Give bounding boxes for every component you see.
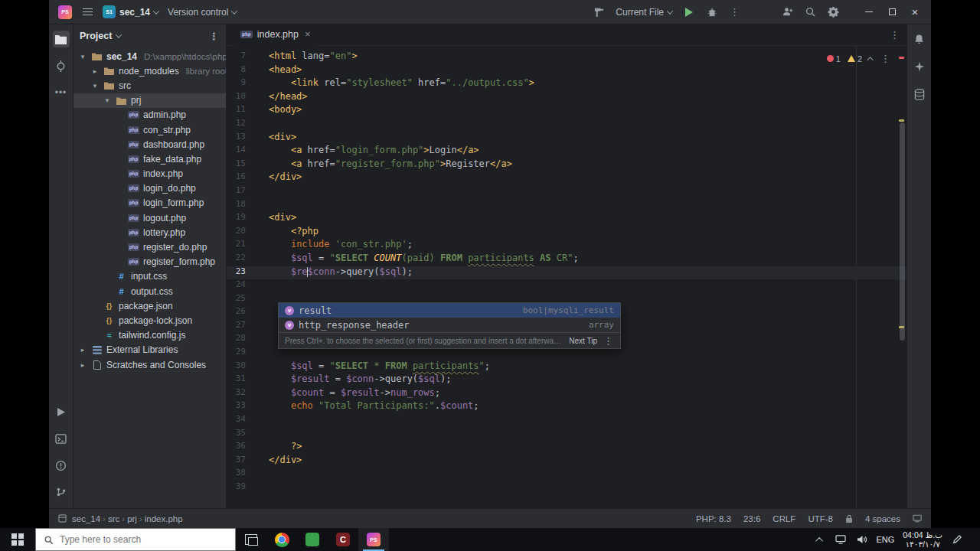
warning-stripe-mark[interactable] bbox=[899, 326, 904, 328]
php-version-widget[interactable]: PHP: 8.3 bbox=[696, 514, 731, 523]
code-line-36[interactable]: 36 ?> bbox=[227, 441, 906, 455]
line-number[interactable]: 26 bbox=[227, 306, 269, 320]
code-line-33[interactable]: 33 echo "Total Participants:".$count; bbox=[227, 400, 906, 414]
code-line-10[interactable]: 10</head> bbox=[227, 91, 906, 105]
minimize-button[interactable] bbox=[858, 2, 880, 22]
tree-item-lottery.php[interactable]: phplottery.php bbox=[74, 225, 226, 240]
breadcrumb-item[interactable]: index.php bbox=[144, 514, 184, 523]
line-number[interactable]: 29 bbox=[227, 347, 269, 360]
search-everywhere-icon[interactable] bbox=[801, 3, 819, 21]
breadcrumb-item[interactable]: sec_14 bbox=[71, 514, 101, 523]
tree-item-input.css[interactable]: #input.css bbox=[74, 269, 226, 284]
code-line-35[interactable]: 35 bbox=[227, 428, 906, 442]
line-number[interactable]: 32 bbox=[227, 387, 269, 401]
chevron-down-icon[interactable]: ▾ bbox=[90, 82, 100, 90]
line-number[interactable]: 16 bbox=[227, 171, 269, 185]
terminal-tool-icon[interactable] bbox=[53, 430, 70, 447]
more-tool-windows-icon[interactable]: ••• bbox=[53, 84, 70, 101]
run-button[interactable] bbox=[680, 3, 698, 21]
project-widget[interactable]: S1 sec_14 bbox=[100, 3, 162, 21]
line-number[interactable]: 24 bbox=[227, 279, 269, 293]
run-tool-icon[interactable] bbox=[53, 403, 70, 420]
tree-item-admin.php[interactable]: phpadmin.php bbox=[74, 108, 226, 122]
code-line-21[interactable]: 21 include 'con_str.php'; bbox=[227, 239, 906, 253]
more-run-actions-icon[interactable]: ⋮ bbox=[726, 3, 744, 21]
vcs-widget[interactable]: Version control bbox=[165, 3, 240, 21]
tray-expand-icon[interactable] bbox=[814, 537, 826, 543]
inspections-more-icon[interactable]: ⋮ bbox=[880, 53, 891, 64]
line-number[interactable]: 31 bbox=[227, 373, 269, 387]
lock-icon[interactable] bbox=[845, 514, 853, 523]
tree-item-Scratches and Consoles[interactable]: ▸Scratches and Consoles bbox=[74, 357, 226, 372]
code-line-15[interactable]: 15 <a href="register_form.php">Register<… bbox=[227, 158, 906, 172]
tray-monitor-icon[interactable] bbox=[835, 535, 847, 544]
line-number[interactable]: 18 bbox=[227, 199, 269, 213]
project-panel-options-icon[interactable]: ⋮ bbox=[209, 31, 220, 42]
line-number[interactable]: 21 bbox=[227, 239, 269, 253]
line-number[interactable]: 11 bbox=[227, 104, 269, 118]
code-line-17[interactable]: 17 bbox=[227, 185, 906, 199]
code-line-39[interactable]: 39 bbox=[227, 481, 906, 495]
code-line-31[interactable]: 31 $result = $conn->query($sql); bbox=[227, 373, 906, 387]
caret-position-widget[interactable]: 23:6 bbox=[743, 514, 760, 523]
chevron-right-icon[interactable]: ▸ bbox=[90, 67, 100, 75]
code-line-32[interactable]: 32 $count = $result->num_rows; bbox=[227, 387, 906, 401]
editor-scrollbar[interactable] bbox=[900, 122, 905, 341]
tree-item-register_form.php[interactable]: phpregister_form.php bbox=[74, 255, 226, 269]
line-ending-widget[interactable]: CRLF bbox=[773, 514, 795, 523]
code-line-16[interactable]: 16</div> bbox=[227, 171, 906, 185]
line-number[interactable]: 19 bbox=[227, 212, 269, 226]
tray-volume-icon[interactable] bbox=[855, 535, 867, 544]
commit-tool-icon[interactable] bbox=[53, 57, 70, 74]
line-number[interactable]: 17 bbox=[227, 185, 269, 199]
chevron-down-icon[interactable] bbox=[116, 31, 122, 37]
completion-options-icon[interactable]: ⋮ bbox=[603, 335, 614, 347]
code-line-37[interactable]: 37</div> bbox=[227, 455, 906, 468]
tree-item-login_do.php[interactable]: phplogin_do.php bbox=[74, 181, 226, 196]
completion-item-result[interactable]: vresultbool|mysqli_result bbox=[279, 303, 620, 318]
close-button[interactable]: × bbox=[903, 2, 926, 22]
tree-item-package-lock.json[interactable]: {}package-lock.json bbox=[74, 313, 226, 328]
red-c-app-button[interactable]: C bbox=[328, 528, 358, 551]
chevron-right-icon[interactable]: ▸ bbox=[78, 361, 87, 369]
code-line-24[interactable]: 24 bbox=[227, 279, 906, 293]
code-with-me-icon[interactable] bbox=[778, 3, 796, 21]
code-line-11[interactable]: 11<body> bbox=[227, 104, 906, 118]
line-number[interactable]: 30 bbox=[227, 360, 269, 374]
line-number[interactable]: 13 bbox=[227, 132, 269, 145]
line-number[interactable]: 34 bbox=[227, 414, 269, 428]
main-menu-button[interactable] bbox=[78, 3, 96, 21]
run-configuration-selector[interactable]: Current File bbox=[612, 3, 675, 21]
line-number[interactable]: 39 bbox=[227, 481, 269, 495]
chevron-down-icon[interactable]: ▾ bbox=[103, 96, 112, 104]
taskbar-search[interactable] bbox=[35, 528, 236, 551]
tree-item-dashboard.php[interactable]: phpdashboard.php bbox=[74, 137, 226, 152]
project-tool-icon[interactable] bbox=[53, 31, 70, 47]
chevron-down-icon[interactable]: ▾ bbox=[78, 53, 87, 60]
tree-item-output.css[interactable]: #output.css bbox=[74, 284, 226, 298]
tree-item-sec_14[interactable]: ▾sec_14D:\xampp\htdocs\php_c bbox=[74, 49, 226, 64]
line-number[interactable]: 33 bbox=[227, 400, 269, 414]
tree-item-register_do.php[interactable]: phpregister_do.php bbox=[74, 240, 226, 254]
line-number[interactable]: 38 bbox=[227, 468, 269, 481]
tree-item-index.php[interactable]: phpindex.php bbox=[74, 167, 226, 181]
line-number[interactable]: 8 bbox=[227, 64, 269, 78]
phpstorm-taskbar-button[interactable]: PS bbox=[358, 528, 389, 551]
code-line-18[interactable]: 18 bbox=[227, 199, 906, 213]
taskbar-search-input[interactable] bbox=[60, 534, 213, 545]
tree-item-tailwind.config.js[interactable]: ≈tailwind.config.js bbox=[74, 328, 226, 343]
line-number[interactable]: 37 bbox=[227, 455, 269, 468]
line-number[interactable]: 10 bbox=[227, 91, 269, 105]
code-line-20[interactable]: 20 <?php bbox=[227, 226, 906, 240]
line-number[interactable]: 22 bbox=[227, 253, 269, 266]
line-number[interactable]: 36 bbox=[227, 441, 269, 455]
line-number[interactable]: 7 bbox=[227, 51, 269, 64]
code-line-7[interactable]: 7<html lang="en"> bbox=[227, 51, 906, 64]
code-line-23[interactable]: 23 $re$conn->query($sql); bbox=[227, 266, 906, 280]
version-control-tool-icon[interactable] bbox=[53, 484, 70, 500]
code-line-38[interactable]: 38 bbox=[227, 468, 906, 481]
code-line-12[interactable]: 12 bbox=[227, 118, 906, 132]
tree-item-src[interactable]: ▾src bbox=[74, 78, 226, 93]
line-number[interactable]: 14 bbox=[227, 145, 269, 158]
tab-index-php[interactable]: php index.php × bbox=[234, 24, 317, 46]
